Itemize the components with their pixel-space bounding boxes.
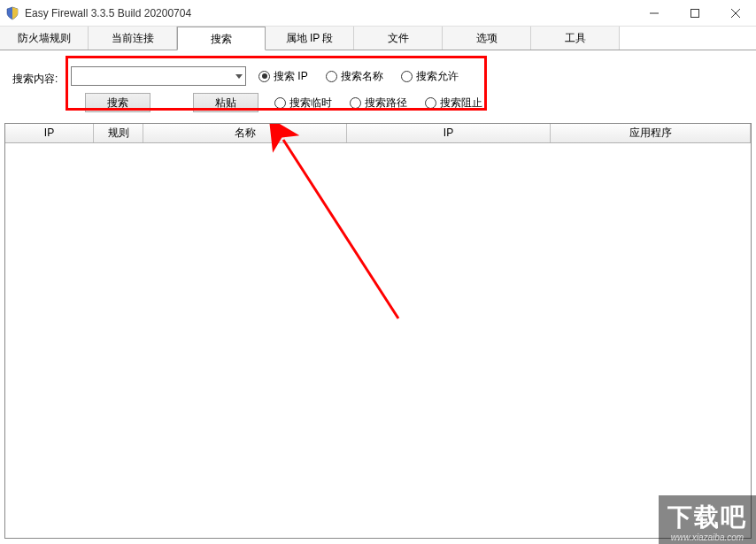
radio-search-ip[interactable]: 搜索 IP	[258, 69, 308, 84]
table-header: IP 规则 名称 IP 应用程序	[5, 124, 751, 143]
tab-tools[interactable]: 工具	[531, 27, 620, 50]
radio-label: 搜索阻止	[440, 96, 482, 111]
tab-ip-segment[interactable]: 属地 IP 段	[266, 27, 354, 50]
col-ip[interactable]: IP	[5, 124, 94, 142]
radio-search-block[interactable]: 搜索阻止	[425, 96, 482, 111]
radio-search-path[interactable]: 搜索路径	[350, 96, 407, 111]
close-button[interactable]	[715, 0, 756, 26]
radio-label: 搜索名称	[341, 69, 383, 84]
radio-search-temp[interactable]: 搜索临时	[274, 96, 332, 111]
maximize-button[interactable]	[675, 0, 715, 26]
tab-file[interactable]: 文件	[354, 27, 443, 50]
radio-search-name[interactable]: 搜索名称	[326, 69, 383, 84]
col-name[interactable]: 名称	[143, 124, 347, 142]
tab-search[interactable]: 搜索	[177, 27, 266, 50]
col-rule[interactable]: 规则	[94, 124, 143, 142]
radio-label: 搜索允许	[416, 69, 459, 84]
svg-rect-1	[691, 9, 699, 17]
tab-bar: 防火墙规则 当前连接 搜索 属地 IP 段 文件 选项 工具	[0, 27, 756, 50]
tab-options[interactable]: 选项	[443, 27, 531, 50]
results-table: IP 规则 名称 IP 应用程序	[4, 123, 752, 539]
tab-firewall-rules[interactable]: 防火墙规则	[0, 27, 89, 50]
search-panel: 搜索内容: 搜索 IP 搜索名称 搜索允许 搜索 粘贴	[0, 50, 756, 119]
col-ip2[interactable]: IP	[347, 124, 551, 142]
search-button[interactable]: 搜索	[85, 93, 150, 112]
titlebar: Easy Firewall 3.3.5 Build 20200704	[0, 0, 756, 27]
search-label: 搜索内容:	[12, 72, 58, 87]
tab-current-conn[interactable]: 当前连接	[89, 27, 177, 50]
minimize-button[interactable]	[634, 0, 675, 26]
paste-button[interactable]: 粘贴	[193, 93, 258, 112]
window-title: Easy Firewall 3.3.5 Build 20200704	[25, 7, 634, 19]
chevron-down-icon	[235, 74, 243, 79]
radio-search-allow[interactable]: 搜索允许	[401, 69, 459, 84]
col-app[interactable]: 应用程序	[551, 124, 751, 142]
radio-label: 搜索临时	[289, 96, 332, 111]
app-icon	[5, 6, 19, 20]
radio-label: 搜索路径	[365, 96, 407, 111]
radio-label: 搜索 IP	[274, 69, 308, 84]
search-combo[interactable]	[71, 66, 246, 86]
